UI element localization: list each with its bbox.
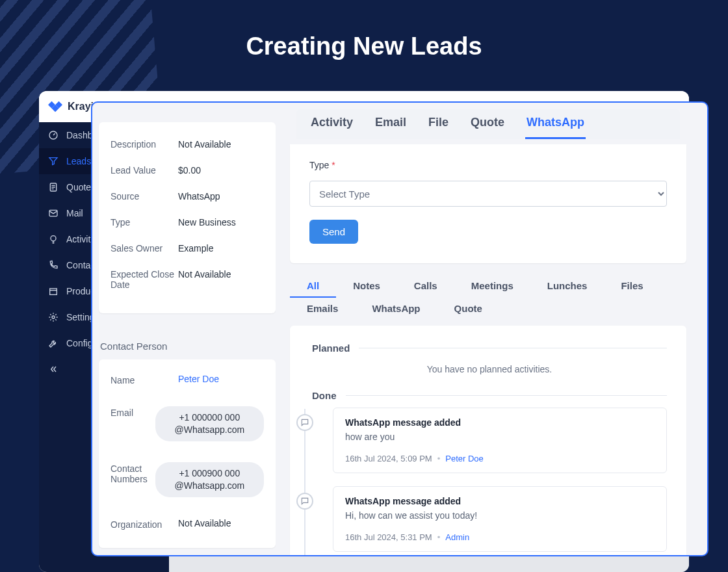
value-expected-close: Not Available [178,269,231,290]
value-lead-value: $0.00 [178,165,201,176]
value-type: New Business [178,217,236,228]
mail-icon [48,208,58,218]
filter-tab-whatsapp[interactable]: WhatsApp [355,298,437,320]
done-label: Done [312,390,337,401]
sidebar-item-label: Leads [66,156,91,166]
brand-name: Krayi [68,101,94,112]
contact-phone-pill[interactable]: +1 000900 000 @Whatsapp.com [155,462,264,497]
bulb-icon [48,234,58,244]
activity-timeline: Planned You have no planned activities. … [290,326,686,555]
wrench-icon [48,338,58,348]
svg-rect-4 [50,289,57,294]
funnel-icon [48,156,58,166]
gear-icon [48,312,58,322]
label-contact-phone: Contact Numbers [110,462,155,484]
timeline-item: WhatsApp message added Hi, how can we as… [312,486,667,555]
label-lead-value: Lead Value [110,165,178,176]
value-description: Not Available [178,139,231,150]
timeline-meta: 16th Jul 2024, 5:09 PM•Peter Doe [345,454,655,463]
timeline-title: WhatsApp message added [345,496,655,506]
filter-tab-files[interactable]: Files [604,275,660,298]
timeline-meta: 16th Jul 2024, 5:31 PM•Admin [345,532,655,542]
upper-tabs: Activity Email File Quote WhatsApp [296,109,680,139]
label-contact-email: Email [110,406,155,418]
send-button[interactable]: Send [309,220,358,244]
contact-card: Name Peter Doe Email +1 000000 000 @What… [99,359,276,548]
label-expected-close: Expected Close Date [110,269,178,290]
required-asterisk: * [332,160,335,170]
chat-icon [296,414,313,431]
filter-tab-calls[interactable]: Calls [397,275,454,298]
filter-tab-lunches[interactable]: Lunches [530,275,604,298]
value-sales-owner: Example [178,243,213,254]
svg-point-3 [51,236,56,241]
phone-icon [48,260,58,270]
page-title: Creating New Leads [0,32,728,60]
timeline-actor-link[interactable]: Peter Doe [445,454,484,463]
planned-label: Planned [312,343,350,354]
logo-icon [48,99,62,114]
filter-tab-meetings[interactable]: Meetings [454,275,530,298]
box-icon [48,286,58,296]
tab-email[interactable]: Email [374,108,408,139]
filter-tab-quote[interactable]: Quote [437,298,499,320]
chat-icon [296,493,313,510]
collapse-icon [48,364,58,374]
svg-point-5 [52,316,55,318]
label-sales-owner: Sales Owner [110,243,178,254]
value-organization: Not Available [178,518,231,528]
label-contact-name: Name [110,374,178,385]
lead-details-card: DescriptionNot Available Lead Value$0.00… [99,122,276,313]
timeline-body: Hi, how can we assist you today! [345,510,655,521]
whatsapp-form-card: Type * Select Type Send [290,144,686,263]
tab-quote[interactable]: Quote [469,108,506,139]
label-organization: Organization [110,518,178,530]
filter-tab-emails[interactable]: Emails [290,298,355,320]
value-source: WhatsApp [178,191,220,202]
label-type: Type [110,217,178,228]
tab-file[interactable]: File [427,108,450,139]
filter-tab-notes[interactable]: Notes [336,275,397,298]
form-type-label: Type * [309,160,667,170]
document-icon [48,182,58,192]
tab-whatsapp[interactable]: WhatsApp [525,108,586,139]
type-select[interactable]: Select Type [309,181,667,207]
gauge-icon [48,130,58,140]
sidebar-item-label: Mail [66,208,83,218]
filter-tabs: All Notes Calls Meetings Lunches Files E… [290,275,694,320]
planned-empty-text: You have no planned activities. [312,360,667,386]
timeline-title: WhatsApp message added [345,417,655,428]
timeline-item: WhatsApp message added how are you 16th … [312,408,667,486]
label-description: Description [110,139,178,150]
tab-activity[interactable]: Activity [309,108,354,139]
timeline-actor-link[interactable]: Admin [445,532,469,542]
contact-section-title: Contact Person [100,341,276,352]
lead-detail-panel: DescriptionNot Available Lead Value$0.00… [91,101,708,556]
filter-tab-all[interactable]: All [290,275,336,298]
label-source: Source [110,191,178,202]
contact-name-link[interactable]: Peter Doe [178,374,219,384]
contact-email-pill[interactable]: +1 000000 000 @Whatsapp.com [155,406,264,441]
timeline-body: how are you [345,432,655,442]
